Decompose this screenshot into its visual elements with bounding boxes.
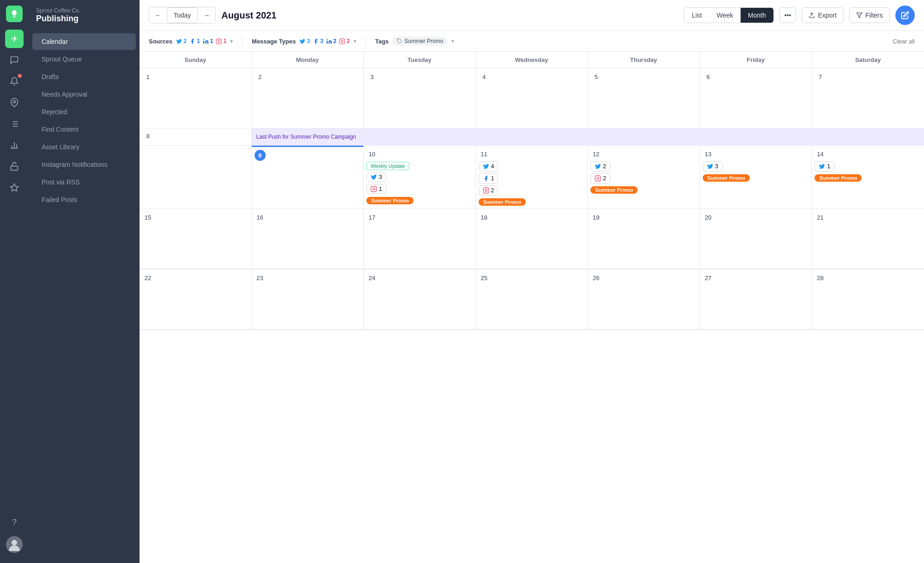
cal-cell-aug2[interactable]: 2 [252, 68, 364, 129]
sidebar-item-instagram-notifications[interactable]: Instagram Notifications [32, 156, 136, 173]
cal-cell-aug27[interactable]: 27 [700, 269, 812, 330]
cal-cell-aug23[interactable]: 23 [252, 269, 364, 330]
sidebar-item-rejected[interactable]: Rejected [32, 104, 136, 120]
instagram-post-aug10[interactable]: 1 [366, 184, 386, 194]
cal-cell-aug9[interactable]: 9 [252, 146, 364, 208]
sidebar-item-asset-library[interactable]: Asset Library [32, 139, 136, 155]
export-button[interactable]: Export [802, 7, 843, 23]
cal-cell-aug10[interactable]: 10 Weekly Update 3 1 Summer Promo [364, 146, 476, 208]
compose-button[interactable] [895, 6, 915, 25]
cal-cell-aug17[interactable]: 17 [364, 209, 476, 269]
day-header-sunday: Sunday [140, 52, 252, 68]
week-view-button[interactable]: Week [709, 8, 741, 23]
filters-button[interactable]: Filters [849, 7, 890, 23]
cal-cell-aug18[interactable]: 18 [476, 209, 588, 269]
twitter-post-aug12[interactable]: 2 [590, 161, 610, 171]
day-header-saturday: Saturday [812, 52, 924, 68]
reviews-nav-icon[interactable] [5, 178, 24, 197]
list-view-button[interactable]: List [684, 8, 709, 23]
cal-cell-aug22[interactable]: 22 [140, 269, 252, 330]
cal-cell-aug3[interactable]: 3 [364, 68, 476, 129]
message-types-filter[interactable]: Message Types 3 3 2 2 ▾ [252, 38, 356, 45]
cal-cell-aug1[interactable]: 1 [140, 68, 252, 129]
tasks-nav-icon[interactable] [5, 115, 24, 133]
cal-cell-aug25[interactable]: 25 [476, 269, 588, 330]
promo-tag-aug12[interactable]: Summer Promo [590, 186, 638, 194]
prev-button[interactable]: ← [149, 8, 167, 23]
linkedin-icon [203, 38, 209, 44]
sidebar-item-failed-posts[interactable]: Failed Posts [32, 191, 136, 208]
twitter-post-aug13[interactable]: 3 [703, 161, 723, 171]
cal-cell-aug11[interactable]: 11 4 1 2 Summer Promo [476, 146, 588, 208]
day-num-13: 13 [703, 148, 714, 159]
cal-cell-aug12[interactable]: 12 2 2 Summer Promo [588, 146, 700, 208]
inbox-nav-icon[interactable] [5, 51, 24, 69]
instagram-post2-aug11[interactable]: 2 [479, 185, 498, 196]
automation-nav-icon[interactable] [5, 157, 24, 176]
twitter-badge-icon-aug14 [819, 163, 825, 170]
sources-filter[interactable]: Sources 2 1 1 1 ▾ [149, 38, 233, 45]
week-3: 15 16 17 18 19 20 21 [140, 209, 924, 269]
twitter-count-aug13: 3 [715, 163, 718, 170]
filters-label: Filters [865, 12, 883, 19]
cal-cell-aug15[interactable]: 15 [140, 209, 252, 269]
cal-cell-aug21[interactable]: 21 [812, 209, 924, 269]
more-options-button[interactable]: ••• [779, 7, 796, 23]
user-avatar[interactable] [6, 536, 23, 553]
promo-tag-aug11[interactable]: Summer Promo [479, 198, 526, 206]
help-nav-icon[interactable]: ? [5, 513, 24, 532]
twitter-post-aug10[interactable]: 3 [366, 172, 386, 182]
cal-cell-aug8-lower[interactable] [140, 146, 252, 208]
mt-linkedin-icon [326, 38, 332, 44]
twitter-count-aug11: 4 [491, 163, 494, 170]
pin-nav-icon[interactable] [5, 93, 24, 112]
notifications-nav-icon[interactable] [5, 72, 24, 91]
promo-tag-aug14[interactable]: Summer Promo [815, 174, 862, 182]
promo-tag-aug10[interactable]: Summer Promo [366, 197, 413, 204]
cal-cell-aug14[interactable]: 14 1 Summer Promo [812, 146, 924, 208]
cal-cell-aug16[interactable]: 16 [252, 209, 364, 269]
next-button[interactable]: → [198, 8, 215, 23]
facebook-post-aug11[interactable]: 1 [479, 173, 498, 184]
filter-divider-2 [365, 36, 366, 47]
span-row-cell-8[interactable]: 8 [140, 129, 252, 145]
sidebar-item-calendar[interactable]: Calendar [32, 33, 136, 50]
notification-badge [18, 74, 22, 78]
tags-filter[interactable]: Tags Summer Promo ▾ [375, 37, 454, 46]
instagram-badge-icon-aug11 [483, 187, 489, 194]
sidebar-item-needs-approval[interactable]: Needs Approval [32, 86, 136, 103]
cal-cell-aug5[interactable]: 5 [588, 68, 700, 129]
cal-cell-aug4[interactable]: 4 [476, 68, 588, 129]
promo-tag-aug13[interactable]: Summer Promo [703, 174, 750, 182]
cal-cell-aug26[interactable]: 26 [588, 269, 700, 330]
today-button[interactable]: Today [167, 7, 198, 23]
month-view-button[interactable]: Month [741, 8, 773, 23]
analytics-nav-icon[interactable] [5, 136, 24, 154]
cal-cell-aug19[interactable]: 19 [588, 209, 700, 269]
twitter-post-aug14[interactable]: 1 [815, 161, 834, 171]
sidebar-item-find-content[interactable]: Find Content [32, 121, 136, 138]
calendar-header: Sunday Monday Tuesday Wednesday Thursday… [140, 52, 924, 68]
cal-cell-aug7[interactable]: 7 [812, 68, 924, 129]
weekly-update-event[interactable]: Weekly Update [366, 162, 409, 170]
export-label: Export [818, 12, 836, 19]
sidebar-item-sprout-queue[interactable]: Sprout Queue [32, 51, 136, 67]
cal-cell-aug28[interactable]: 28 [812, 269, 924, 330]
svg-rect-24 [371, 186, 377, 192]
clear-all-button[interactable]: Clear all [893, 38, 915, 45]
filter-bar: Sources 2 1 1 1 ▾ [140, 31, 924, 52]
cal-cell-aug6[interactable]: 6 [700, 68, 812, 129]
sidebar-item-post-via-rss[interactable]: Post via RSS [32, 174, 136, 190]
tag-icon [397, 38, 402, 44]
instagram-post-aug12[interactable]: 2 [590, 173, 610, 184]
cal-cell-aug24[interactable]: 24 [364, 269, 476, 330]
cal-cell-aug20[interactable]: 20 [700, 209, 812, 269]
cal-cell-aug13[interactable]: 13 3 Summer Promo [700, 146, 812, 208]
sidebar-item-drafts[interactable]: Drafts [32, 68, 136, 85]
twitter-post-aug11[interactable]: 4 [479, 161, 498, 171]
message-types-chevron-icon: ▾ [353, 38, 356, 44]
main-content: ← Today → August 2021 List Week Month ••… [140, 0, 924, 563]
spanning-event-container[interactable]: Last Push for Summer Promo Campaign [252, 129, 924, 145]
sources-chevron-icon: ▾ [230, 38, 233, 44]
publishing-nav-icon[interactable]: ✈ [5, 30, 24, 48]
